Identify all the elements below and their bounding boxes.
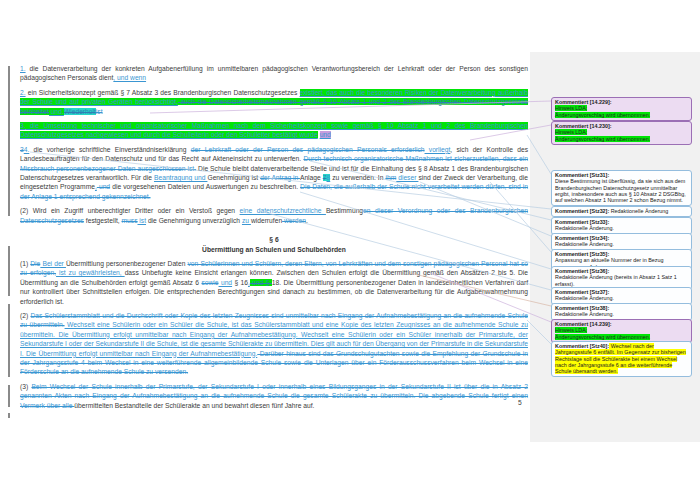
- comment-text: Redaktionelle Änderung.: [555, 241, 614, 247]
- comment-box[interactable]: Kommentiert [Stz33]:Redaktionelle Änderu…: [551, 217, 692, 235]
- change-bar: [8, 304, 10, 377]
- comment-text: Redaktionelle Änderung: [609, 208, 668, 214]
- comment-text: Redaktionelle Änderung (bereits in Absat…: [555, 274, 677, 286]
- comment-header: Kommentiert [Stz34]:: [555, 235, 609, 241]
- change-bar: [8, 385, 10, 407]
- comment-text: Diese Bestimmung ist überflüssig, da sie…: [555, 178, 686, 203]
- comment-text: Hinweis LDA;: [555, 105, 587, 111]
- comment-header: Kommentiert [14.230]:: [555, 123, 612, 129]
- comment-text: Redaktionelle Änderung.: [555, 225, 614, 231]
- comment-header: Kommentiert [Stz40]:: [555, 343, 609, 349]
- comment-box[interactable]: Kommentiert [Stz37]:Redaktionelle Änderu…: [551, 287, 692, 305]
- comment-box[interactable]: Kommentiert [14.239]:Hinweis LDA;Änderun…: [551, 319, 692, 343]
- comment-box[interactable]: Kommentiert [Stz31]:Diese Bestimmung ist…: [551, 170, 692, 206]
- comment-box[interactable]: Kommentiert [Stz38]:Redaktionelle Änderu…: [551, 303, 692, 321]
- comment-header: Kommentiert [Stz35]:: [555, 251, 609, 257]
- change-bar: [8, 66, 10, 216]
- comment-header: Kommentiert [Stz36]:: [555, 268, 609, 274]
- comment-header: Kommentiert [14.229]:: [555, 99, 612, 105]
- comment-header: Kommentiert [Stz37]:: [555, 289, 609, 295]
- comment-text: Hinweis LDA;: [555, 327, 587, 333]
- comment-text: Hinweis LDA;: [555, 129, 587, 135]
- comment-box[interactable]: Kommentiert [Stz32]: Redaktionelle Änder…: [551, 206, 692, 217]
- comment-text: Redaktionelle Änderung.: [555, 311, 614, 317]
- comment-text: Änderungsvorschlag wird übernommen.: [555, 136, 650, 142]
- comment-text: Redaktionelle Änderung.: [555, 295, 614, 301]
- comment-box[interactable]: Kommentiert [14.230]:Hinweis LDA;Änderun…: [551, 121, 692, 145]
- comment-box[interactable]: Kommentiert [Stz40]: Wechsel nach der Ja…: [551, 341, 692, 377]
- comment-header: Kommentiert [Stz33]:: [555, 219, 609, 225]
- comment-text: Änderungsvorschlag wird übernommen.: [555, 112, 650, 118]
- comment-header: Kommentiert [Stz32]:: [555, 208, 609, 214]
- change-bar: [8, 246, 10, 296]
- comment-header: Kommentiert [14.239]:: [555, 321, 612, 327]
- change-bar: [8, 413, 10, 418]
- comment-box[interactable]: Kommentiert [Stz34]:Redaktionelle Änderu…: [551, 233, 692, 251]
- comment-box[interactable]: Kommentiert [14.229]:Hinweis LDA;Änderun…: [551, 97, 692, 121]
- comment-header: Kommentiert [Stz38]:: [555, 305, 609, 311]
- comment-text: Änderungsvorschlag wird übernommen.: [555, 334, 650, 340]
- comment-header: Kommentiert [Stz31]:: [555, 172, 609, 178]
